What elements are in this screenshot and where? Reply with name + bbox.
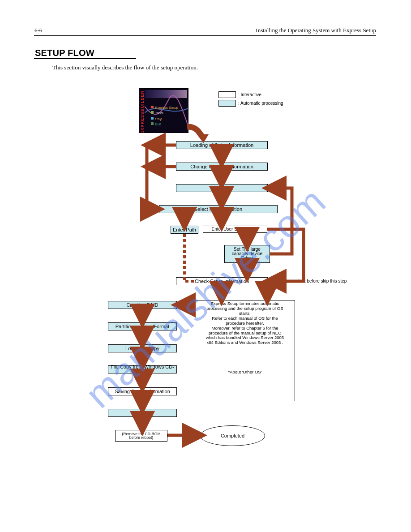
app-menu: Express Setup Tools Help Exit bbox=[151, 105, 178, 128]
step-select-media: Select Media/Partition bbox=[159, 205, 278, 213]
page-header-title: Installing the Operating System with Exp… bbox=[256, 27, 376, 34]
auto-processing-note: Express Setup terminates automatic proce… bbox=[195, 300, 295, 401]
header-rule bbox=[34, 35, 376, 36]
step-reboot: Reboot bbox=[108, 409, 177, 417]
legend-auto-swatch bbox=[218, 100, 236, 107]
app-menu-express-setup: Express Setup bbox=[151, 105, 178, 111]
note-check-skip: Check the content before skip this step bbox=[270, 279, 347, 283]
flow-arrows bbox=[0, 0, 411, 532]
intro-text: This section visually describes the flow… bbox=[52, 64, 198, 71]
step-creating-raid: Creating RAID bbox=[108, 301, 177, 309]
auto-note-l16: *About 'Other OS' bbox=[197, 370, 293, 375]
step-partition-format: Partition creating/Format bbox=[108, 322, 177, 330]
step-local-file-copy: Local File Copy bbox=[108, 344, 177, 352]
legend-auto-label: : Automatic processing bbox=[238, 101, 283, 106]
section-underline bbox=[34, 58, 136, 59]
step-set-driver: Set The large capacity device Driver bbox=[224, 245, 270, 263]
step-select-os: Select OS bbox=[176, 184, 268, 192]
step-completed: Completed bbox=[200, 425, 265, 446]
auto-note-l5: procedure hereafter. bbox=[197, 321, 293, 326]
step-saving-setup: Saving Setup Information bbox=[108, 387, 177, 395]
step-check-setup: Check Setup Information bbox=[176, 277, 268, 285]
step-change-config: Change of Setup Information bbox=[176, 163, 268, 171]
step-load-config: Loading of Setup Information bbox=[176, 141, 268, 149]
legend-interactive-label: : Interactive bbox=[238, 92, 261, 97]
app-menu-tools: Tools bbox=[151, 111, 178, 116]
step-reboot-hint: (Remove the CD-ROM before reboot) bbox=[115, 430, 167, 442]
expressbuilder-screenshot: EXPRESSBUILDER Express Setup Tools Help … bbox=[139, 88, 188, 133]
step-file-copy-cd: File Copy from Windows CD-ROM bbox=[108, 365, 177, 373]
step-enter-path: Enter Path bbox=[171, 226, 198, 234]
page: 6-6 Installing the Operating System with… bbox=[0, 0, 411, 532]
app-top-graphic bbox=[145, 90, 187, 98]
app-sidebar-label: EXPRESSBUILDER bbox=[140, 90, 145, 133]
page-number: 6-6 bbox=[34, 27, 42, 34]
auto-note-l7: Moreover, refer to Chapter 6 for the bbox=[197, 326, 293, 331]
app-menu-exit: Exit bbox=[151, 122, 178, 127]
app-menu-help: Help bbox=[151, 116, 178, 122]
step-enter-user-path: Enter User Setting Path bbox=[203, 226, 267, 233]
legend-interactive-swatch bbox=[218, 91, 236, 98]
section-title: SETUP FLOW bbox=[35, 48, 94, 58]
